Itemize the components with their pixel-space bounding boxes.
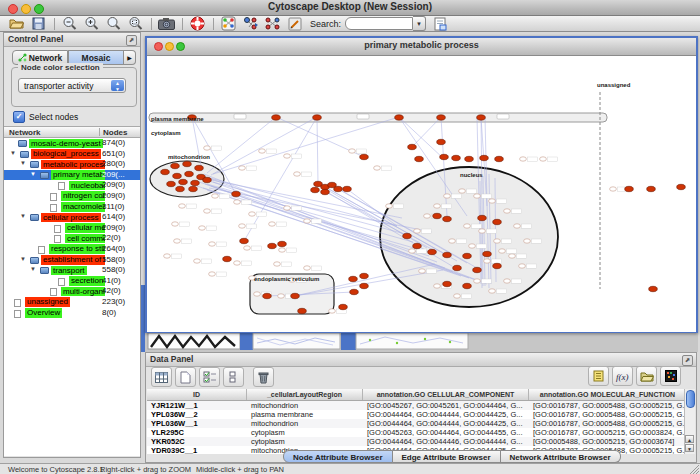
node[interactable] — [509, 254, 516, 258]
expand-triangle-icon[interactable]: ▼ — [10, 148, 16, 159]
expand-triangle-icon[interactable]: ▼ — [20, 211, 26, 222]
import-attributes-icon[interactable] — [636, 366, 657, 386]
node[interactable] — [268, 243, 277, 248]
node[interactable] — [279, 248, 286, 252]
node[interactable] — [480, 155, 489, 160]
node[interactable] — [284, 154, 291, 158]
node[interactable] — [360, 154, 369, 159]
node[interactable] — [477, 115, 486, 120]
node[interactable] — [179, 179, 188, 184]
node[interactable] — [239, 224, 246, 228]
node[interactable] — [463, 283, 472, 288]
node[interactable] — [504, 209, 511, 213]
node[interactable] — [478, 215, 487, 220]
tree-row[interactable]: mosaic-demo-yeast874(0) — [4, 138, 140, 149]
node[interactable] — [191, 180, 200, 185]
node[interactable] — [164, 254, 171, 258]
node[interactable] — [209, 272, 216, 276]
node[interactable] — [454, 294, 461, 298]
table-scrollbar[interactable]: ▲ ▼ — [684, 389, 695, 454]
node[interactable] — [232, 191, 241, 196]
table-row[interactable]: YPL036W__1mitochondrion[GO:0044464, GO:0… — [147, 419, 687, 428]
node[interactable] — [194, 259, 201, 263]
node[interactable] — [174, 239, 181, 243]
node[interactable] — [452, 155, 461, 160]
node[interactable] — [274, 262, 281, 266]
node[interactable] — [504, 279, 511, 283]
tree-row[interactable]: nitrogen compo209(0) — [4, 191, 140, 202]
node[interactable] — [489, 289, 496, 293]
node[interactable] — [519, 264, 526, 268]
unselect-attributes-icon[interactable] — [223, 367, 244, 387]
node[interactable] — [465, 156, 474, 161]
expand-triangle-icon[interactable]: ▼ — [30, 264, 36, 275]
node[interactable] — [350, 289, 359, 294]
node[interactable] — [414, 229, 421, 233]
select-nodes-checkbox[interactable]: ✓ — [13, 111, 25, 123]
node[interactable] — [204, 146, 211, 150]
node[interactable] — [540, 157, 547, 161]
tab-edge-attribute-browser[interactable]: Edge Attribute Browser — [393, 450, 501, 463]
node[interactable] — [321, 189, 330, 194]
scrollbar-thumb[interactable] — [686, 390, 695, 408]
node[interactable] — [284, 206, 291, 210]
node[interactable] — [459, 189, 466, 193]
node[interactable] — [677, 184, 686, 189]
node[interactable] — [185, 171, 194, 176]
node[interactable] — [259, 149, 266, 153]
node[interactable] — [291, 293, 300, 298]
node[interactable] — [474, 194, 481, 198]
node[interactable] — [263, 293, 272, 298]
node[interactable] — [161, 169, 170, 174]
column-header[interactable]: annotation.GO MOLECULAR_FUNCTION — [529, 389, 687, 400]
annotation-icon[interactable] — [286, 16, 303, 31]
node[interactable] — [524, 239, 531, 243]
node[interactable] — [499, 249, 506, 253]
node[interactable] — [304, 219, 311, 223]
node[interactable] — [173, 173, 182, 178]
tree-row[interactable]: cell communicat22(0) — [4, 233, 140, 244]
save-icon[interactable] — [30, 16, 47, 31]
attribute-batch-icon[interactable] — [588, 366, 609, 386]
node[interactable] — [419, 269, 426, 273]
search-dropdown-arrow-icon[interactable]: ▼ — [413, 16, 426, 31]
tree-row[interactable]: ▼metabolic process280(0) — [4, 159, 140, 170]
table-row[interactable]: YLR295Ccytoplasm[GO:0045263, GO:0044464,… — [147, 428, 687, 437]
node[interactable] — [374, 166, 381, 170]
node[interactable] — [493, 263, 502, 268]
column-header[interactable]: _cellularLayoutRegion — [247, 389, 363, 400]
node[interactable] — [453, 265, 462, 270]
tree-row[interactable]: nucleobase-c209(0) — [4, 180, 140, 191]
expand-triangle-icon[interactable]: ▼ — [20, 254, 26, 265]
node[interactable] — [167, 181, 176, 186]
node[interactable] — [479, 229, 486, 233]
tree-row[interactable]: ▼transport558(0) — [4, 265, 140, 276]
search-input[interactable] — [345, 17, 413, 30]
node[interactable] — [171, 163, 180, 168]
node[interactable] — [443, 216, 452, 221]
zoom-in-icon[interactable] — [83, 16, 100, 31]
node[interactable] — [449, 239, 456, 243]
node[interactable] — [334, 186, 343, 191]
network-canvas-area[interactable]: plasma membranecytoplasmmitochondrionnuc… — [147, 56, 696, 332]
node[interactable] — [403, 233, 412, 238]
tree-row[interactable]: cellular metabo209(0) — [4, 223, 140, 234]
node[interactable] — [240, 238, 249, 243]
node[interactable] — [408, 144, 417, 149]
network-view-titlebar[interactable]: primary metabolic process — [147, 38, 696, 56]
new-attribute-icon[interactable] — [175, 367, 196, 387]
node[interactable] — [339, 304, 348, 309]
node[interactable] — [349, 276, 358, 281]
table-row[interactable]: YKR052Ccytoplasm[GO:0044464, GO:0044446,… — [147, 437, 687, 446]
zoom-fit-icon[interactable] — [105, 16, 122, 31]
import-annotation-icon[interactable] — [432, 16, 449, 31]
formula-builder-icon[interactable]: f(x) — [612, 366, 633, 386]
table-row[interactable]: YPL036W__2plasma membrane[GO:0044464, GO… — [147, 410, 687, 419]
node[interactable] — [386, 204, 393, 208]
node[interactable] — [434, 284, 441, 288]
node[interactable] — [195, 165, 204, 170]
node[interactable] — [409, 249, 416, 253]
node[interactable] — [209, 242, 216, 246]
table-row[interactable]: YJR121W__1mitochondrion[GO:0045267, GO:0… — [147, 401, 687, 410]
node[interactable] — [469, 244, 476, 248]
